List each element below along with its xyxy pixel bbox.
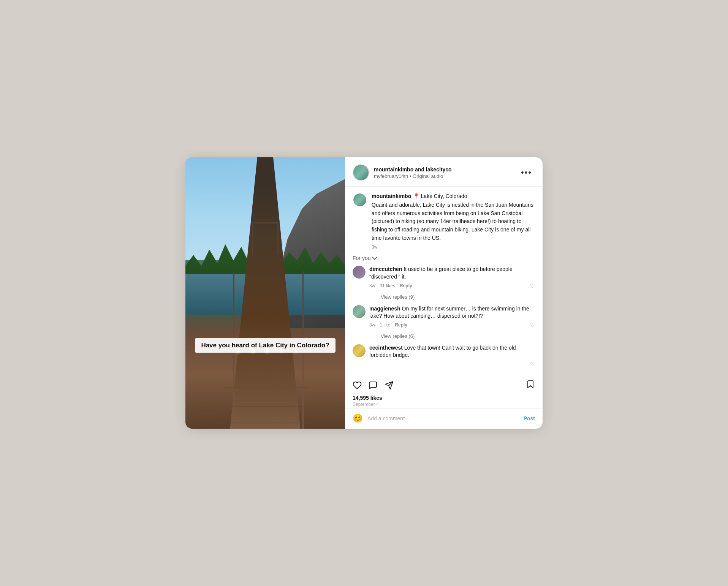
view-replies-dimcc[interactable]: View replies (9) bbox=[369, 294, 535, 300]
comment-input-row: 😊 Post bbox=[345, 409, 543, 429]
comment-text-dimcc: dimccutchen It used to be a great place … bbox=[369, 266, 535, 280]
action-bar bbox=[345, 374, 543, 395]
plank-4 bbox=[230, 369, 304, 369]
post-username[interactable]: mountainkimbo bbox=[372, 193, 411, 199]
comment-icon bbox=[369, 381, 378, 390]
post-author-row: mountainkimbo 📍 Lake City, Colorado Quai… bbox=[353, 193, 535, 250]
view-replies-line bbox=[369, 297, 378, 297]
for-you-label: For you bbox=[353, 255, 370, 261]
comment-row-cecin: cecinthewest Love that town! Can't wait … bbox=[353, 344, 535, 367]
comment-reply-dimcc[interactable]: Reply bbox=[400, 283, 412, 288]
comment-text-cecin: cecinthewest Love that town! Can't wait … bbox=[369, 344, 535, 359]
post-image-panel: Have you heard of Lake City in Colorado? bbox=[185, 157, 345, 429]
chevron-down-icon bbox=[372, 255, 377, 260]
likes-count[interactable]: 14,595 likes bbox=[353, 395, 535, 401]
comment-avatar-cecin-image bbox=[353, 344, 366, 357]
image-caption-box: Have you heard of Lake City in Colorado? bbox=[195, 338, 336, 353]
view-replies-text-maggie: View replies (6) bbox=[381, 333, 415, 339]
view-replies-text-dimcc: View replies (9) bbox=[381, 294, 415, 300]
comment-content-maggie: maggienesh On my list for next summer… i… bbox=[369, 305, 535, 328]
comment-row: dimccutchen It used to be a great place … bbox=[353, 266, 535, 288]
content-scroll: mountainkimbo 📍 Lake City, Colorado Quai… bbox=[345, 187, 543, 372]
likes-section: 14,595 likes September 4 bbox=[345, 395, 543, 409]
plank-3 bbox=[225, 387, 308, 388]
comment-heart-maggie[interactable]: ♡ bbox=[530, 322, 535, 328]
comment-avatar-dimcc-image bbox=[353, 266, 366, 279]
comment-avatar-cecin[interactable] bbox=[353, 344, 366, 357]
comment-avatar-maggie-image bbox=[353, 305, 366, 318]
bookmark-icon bbox=[526, 380, 535, 389]
comment-meta-maggie: 3w 1 like Reply ♡ bbox=[369, 322, 535, 328]
view-replies-line-2 bbox=[369, 336, 378, 336]
share-icon bbox=[385, 381, 394, 390]
post-card: Have you heard of Lake City in Colorado?… bbox=[185, 157, 543, 429]
post-comment-button[interactable]: Post bbox=[524, 415, 535, 421]
heart-icon bbox=[353, 381, 362, 390]
post-body: mountainkimbo 📍 Lake City, Colorado Quai… bbox=[372, 193, 535, 250]
content-panel: mountainkimbo and lakecityco myfebruary1… bbox=[345, 157, 543, 429]
comment-reply-maggie[interactable]: Reply bbox=[395, 322, 407, 328]
view-replies-maggie[interactable]: View replies (6) bbox=[369, 333, 535, 339]
share-button[interactable] bbox=[385, 381, 394, 390]
author-avatar-image bbox=[353, 193, 366, 206]
comment-meta-dimcc: 3w 31 likes Reply ♡ bbox=[369, 283, 535, 289]
comment-input[interactable] bbox=[367, 415, 519, 421]
bookmark-button[interactable] bbox=[526, 380, 535, 391]
comment-heart-dimcc[interactable]: ♡ bbox=[530, 283, 535, 289]
plank-2 bbox=[220, 406, 313, 407]
post-header: mountainkimbo and lakecityco myfebruary1… bbox=[345, 157, 543, 187]
comment-username-maggie[interactable]: maggienesh bbox=[369, 306, 400, 312]
comment-row-maggie: maggienesh On my list for next summer… i… bbox=[353, 305, 535, 328]
comment-text-maggie: maggienesh On my list for next summer… i… bbox=[369, 305, 535, 320]
header-avatar bbox=[353, 164, 369, 181]
comment-heart-cecin[interactable]: ♡ bbox=[530, 361, 535, 367]
gate-arch bbox=[252, 222, 279, 241]
comment-username-dimcc[interactable]: dimccutchen bbox=[369, 266, 402, 272]
comment-content-cecin: cecinthewest Love that town! Can't wait … bbox=[369, 344, 535, 367]
post-caption: Quaint and adorable, Lake City is nestle… bbox=[372, 201, 535, 242]
plank-1 bbox=[217, 423, 316, 423]
location-pin-icon: 📍 bbox=[413, 193, 419, 199]
header-subtitle: myfebruary14th • Original audio bbox=[374, 173, 518, 179]
comment-button[interactable] bbox=[369, 381, 378, 390]
gate-post-right bbox=[277, 222, 279, 255]
comment-time-maggie: 3w bbox=[369, 322, 375, 328]
header-username[interactable]: mountainkimbo and lakecityco bbox=[374, 166, 518, 173]
like-button[interactable] bbox=[353, 381, 362, 390]
comment-avatar-maggie[interactable] bbox=[353, 305, 366, 318]
comment-likes-dimcc: 31 likes bbox=[380, 283, 395, 288]
comment-meta-cecin: ♡ bbox=[369, 361, 535, 367]
image-caption-text: Have you heard of Lake City in Colorado? bbox=[201, 342, 329, 349]
post-date: September 4 bbox=[353, 402, 535, 407]
bridge-image: Have you heard of Lake City in Colorado? bbox=[185, 157, 345, 429]
comment-username-cecin[interactable]: cecinthewest bbox=[369, 345, 403, 351]
comment-avatar-dimcc[interactable] bbox=[353, 266, 366, 279]
emoji-button[interactable]: 😊 bbox=[353, 413, 363, 423]
post-time: 3w bbox=[372, 244, 535, 250]
for-you-row[interactable]: For you bbox=[353, 255, 535, 261]
more-options-button[interactable]: ••• bbox=[518, 166, 535, 179]
post-location: 📍 Lake City, Colorado bbox=[413, 193, 467, 199]
header-info: mountainkimbo and lakecityco myfebruary1… bbox=[374, 166, 518, 179]
location-text[interactable]: Lake City, Colorado bbox=[421, 193, 467, 199]
gate-post-left bbox=[252, 222, 253, 255]
author-avatar[interactable] bbox=[353, 193, 367, 207]
comment-time-dimcc: 3w bbox=[369, 283, 375, 288]
comment-likes-maggie: 1 like bbox=[380, 322, 390, 328]
comment-content-dimcc: dimccutchen It used to be a great place … bbox=[369, 266, 535, 288]
header-avatar-image bbox=[353, 165, 369, 180]
